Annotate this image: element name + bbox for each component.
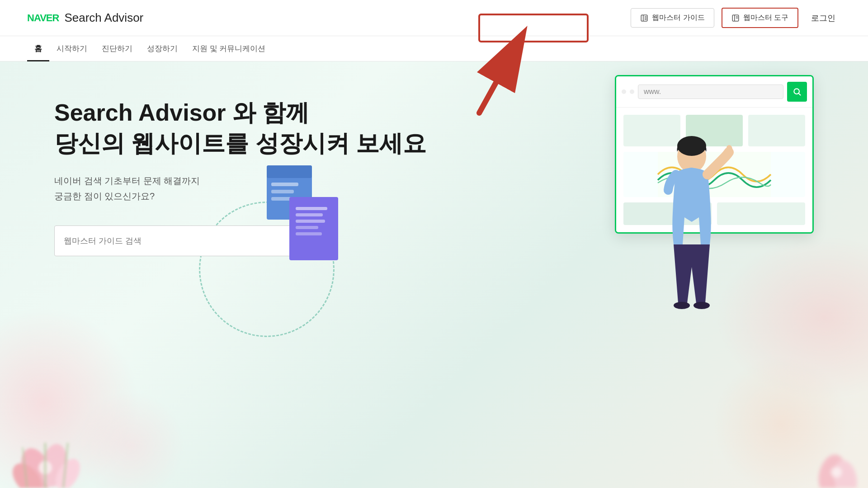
svg-rect-16 (271, 183, 298, 186)
browser-toolbar: www. (616, 76, 812, 108)
browser-url-bar: www. (638, 84, 783, 99)
logo-group: NAVER Search Advisor (27, 11, 143, 25)
webmaster-guide-button[interactable]: 웹마스터 가이드 (631, 8, 714, 28)
svg-rect-23 (296, 226, 318, 229)
nav-item-grow[interactable]: 성장하기 (140, 43, 185, 61)
flowers-svg-right (755, 375, 868, 488)
header-actions: 웹마스터 가이드 웹마스터 도구 로그인 (631, 8, 841, 28)
nav-item-diagnose[interactable]: 진단하기 (94, 43, 140, 61)
hero-headline-2: 당신의 웹사이트를 성장시켜 보세요 (54, 128, 426, 159)
svg-rect-20 (296, 207, 327, 210)
svg-point-42 (831, 467, 842, 478)
documents-svg (262, 161, 344, 265)
flower-decoration-left (0, 352, 158, 488)
browser-url-text: www. (644, 88, 661, 96)
hero-subtitle: 네이버 검색 기초부터 문제 해결까지 궁금한 점이 있으신가요? (54, 173, 426, 204)
browser-search-icon (793, 87, 802, 96)
svg-rect-15 (267, 165, 312, 178)
svg-point-30 (674, 302, 690, 309)
svg-line-26 (799, 94, 801, 95)
site-title: Search Advisor (64, 11, 143, 25)
book-icon (640, 14, 648, 22)
flowers-svg-left (0, 352, 158, 488)
nav-item-home[interactable]: 홈 (27, 43, 49, 61)
main-nav: 홈 시작하기 진단하기 성장하기 지원 및 커뮤니케이션 (0, 36, 868, 61)
svg-rect-24 (296, 232, 322, 235)
svg-point-31 (693, 302, 710, 309)
nav-item-support[interactable]: 지원 및 커뮤니케이션 (185, 43, 273, 61)
svg-rect-17 (271, 190, 294, 193)
svg-rect-21 (296, 213, 323, 216)
webmaster-tool-button[interactable]: 웹마스터 도구 (722, 8, 798, 28)
naver-logo: NAVER (27, 12, 59, 24)
browser-search-button[interactable] (787, 82, 807, 102)
document-illustration (262, 161, 344, 265)
flower-decoration-right (755, 375, 868, 488)
hero-section: Search Advisor 와 함께 당신의 웹사이트를 성장시켜 보세요 네… (0, 61, 868, 488)
svg-rect-22 (296, 220, 325, 223)
person-illustration (646, 131, 737, 323)
person-svg (646, 131, 737, 321)
tool-icon (731, 14, 740, 22)
browser-cell-3 (748, 115, 805, 146)
hero-headline-1: Search Advisor 와 함께 (54, 98, 426, 128)
nav-item-start[interactable]: 시작하기 (49, 43, 94, 61)
header: NAVER Search Advisor 웹마스터 가이드 웹마스터 도구 로그… (0, 0, 868, 36)
hero-content: Search Advisor 와 함께 당신의 웹사이트를 성장시켜 보세요 네… (54, 98, 426, 256)
login-button[interactable]: 로그인 (806, 9, 841, 27)
